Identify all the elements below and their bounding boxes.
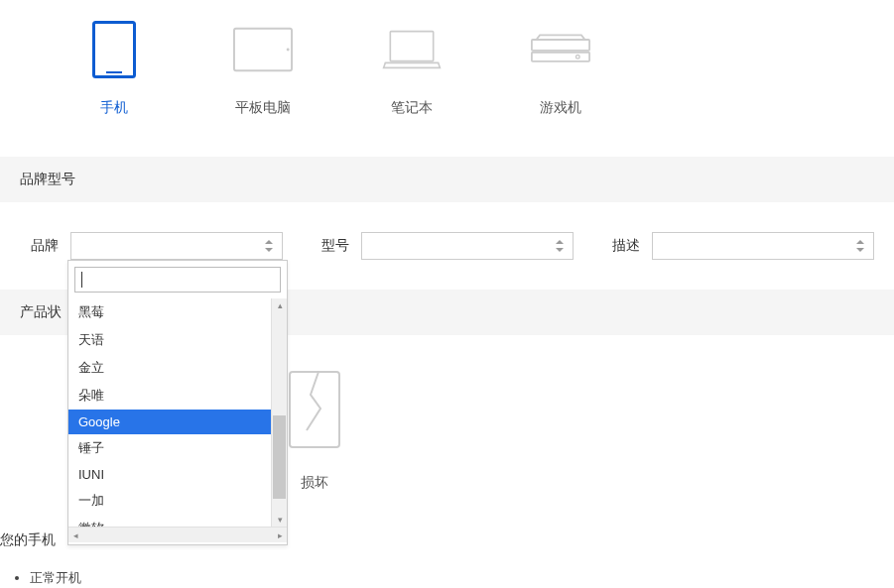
console-icon: [531, 20, 590, 79]
model-select[interactable]: [361, 232, 574, 260]
updown-icon: [855, 240, 865, 252]
desc-select[interactable]: [652, 232, 874, 260]
svg-rect-0: [94, 23, 135, 77]
category-laptop[interactable]: 笔记本: [337, 20, 486, 117]
brand-option[interactable]: IUNI: [68, 462, 271, 487]
svg-point-3: [287, 49, 290, 52]
brand-option[interactable]: Google: [68, 410, 271, 434]
brand-option[interactable]: 黑莓: [68, 298, 271, 326]
svg-rect-4: [390, 32, 433, 61]
dropdown-scroll-wrap: 黑莓 天语 金立 朵唯 Google 锤子 IUNI 一加 微软 ▴ ▾: [68, 298, 287, 527]
brand-search-input[interactable]: [82, 273, 274, 288]
category-phone[interactable]: 手机: [40, 20, 189, 117]
category-tablet[interactable]: 平板电脑: [189, 20, 337, 117]
scroll-right-icon[interactable]: ▸: [273, 528, 287, 543]
phone-condition-list: 正常开机: [0, 559, 894, 587]
svg-rect-2: [234, 29, 292, 71]
model-label: 型号: [311, 237, 349, 255]
svg-rect-5: [532, 40, 589, 51]
dropdown-hscrollbar[interactable]: ◂ ▸: [68, 527, 287, 542]
brand-option[interactable]: 一加: [68, 487, 271, 515]
updown-icon: [555, 240, 565, 252]
condition-damaged[interactable]: 损坏: [280, 365, 349, 492]
desc-label: 描述: [601, 237, 640, 255]
category-console[interactable]: 游戏机: [486, 20, 635, 117]
brand-option[interactable]: 微软: [68, 515, 271, 527]
updown-icon: [264, 240, 274, 252]
brand-dropdown-list: 黑莓 天语 金立 朵唯 Google 锤子 IUNI 一加 微软: [68, 298, 271, 527]
brand-label: 品牌: [20, 237, 59, 255]
dropdown-vscrollbar[interactable]: ▴ ▾: [271, 298, 287, 527]
tablet-icon: [233, 20, 293, 79]
scroll-left-icon[interactable]: ◂: [68, 528, 82, 543]
svg-rect-6: [532, 53, 589, 61]
brand-option[interactable]: 天语: [68, 326, 271, 354]
category-label: 手机: [100, 99, 128, 117]
condition-label: 损坏: [301, 474, 328, 492]
brand-dropdown-panel: 黑莓 天语 金立 朵唯 Google 锤子 IUNI 一加 微软 ▴ ▾ ◂ ▸: [67, 260, 288, 545]
brand-option[interactable]: 锤子: [68, 434, 271, 462]
scroll-thumb[interactable]: [273, 415, 286, 499]
brand-select[interactable]: [70, 232, 283, 260]
section-brand-model: 品牌型号: [0, 157, 894, 202]
brand-option[interactable]: 金立: [68, 354, 271, 382]
filter-row: 品牌 型号 描述 黑莓 天语 金立 朵唯 Google: [0, 202, 894, 278]
laptop-icon: [382, 20, 442, 79]
brand-option[interactable]: 朵唯: [68, 382, 271, 410]
svg-point-7: [575, 55, 579, 59]
phone-cracked-icon: [280, 365, 349, 454]
category-label: 游戏机: [540, 99, 581, 117]
list-item: 正常开机: [30, 569, 894, 587]
brand-dropdown-search[interactable]: [74, 267, 281, 293]
category-row: 手机 平板电脑 笔记本 游戏机: [0, 0, 894, 127]
scroll-up-icon[interactable]: ▴: [272, 298, 288, 312]
phone-icon: [84, 20, 144, 79]
scroll-down-icon[interactable]: ▾: [272, 513, 288, 527]
category-label: 平板电脑: [235, 99, 291, 117]
category-label: 笔记本: [391, 99, 433, 117]
